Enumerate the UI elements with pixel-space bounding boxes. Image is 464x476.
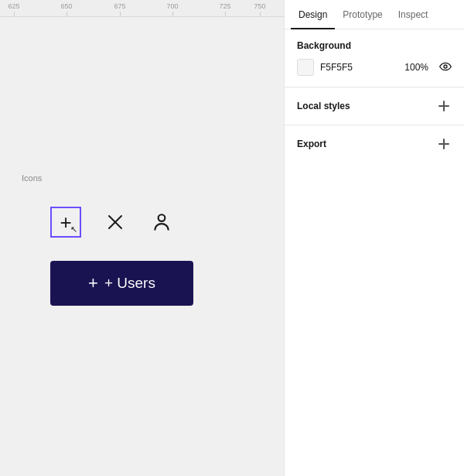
tab-design[interactable]: Design: [291, 0, 335, 29]
background-header: Background: [297, 40, 452, 51]
ruler-tick-700: 700: [166, 2, 178, 10]
background-title: Background: [297, 40, 351, 51]
ruler: 625 650 675 700 725 750: [0, 0, 284, 17]
users-button-icon: +: [88, 273, 98, 293]
svg-point-2: [159, 214, 165, 221]
color-swatch[interactable]: [297, 59, 314, 76]
icons-section-label: Icons: [22, 173, 42, 183]
export-title: Export: [297, 139, 326, 149]
canvas-panel: 625 650 675 700 725 750 Icons + ↖: [0, 0, 284, 476]
color-hex-value: F5F5F5: [320, 62, 398, 73]
export-section: Export: [285, 125, 464, 163]
ruler-tick-675: 675: [114, 2, 125, 10]
users-button-label: + Users: [104, 275, 155, 292]
ruler-tick-750: 750: [254, 2, 265, 10]
tabs-bar: Design Prototype Inspect: [285, 0, 464, 29]
person-icon[interactable]: [149, 210, 174, 235]
right-panel: Design Prototype Inspect Background F5F5…: [284, 0, 464, 476]
add-export-button[interactable]: [436, 136, 452, 152]
ruler-tick-625: 625: [8, 2, 19, 10]
svg-point-3: [444, 65, 447, 68]
users-button[interactable]: + + Users: [50, 261, 193, 306]
icons-row: + ↖: [50, 207, 174, 238]
cursor-indicator: ↖: [70, 225, 77, 234]
ruler-tick-725: 725: [219, 2, 230, 10]
local-styles-section: Local styles: [285, 87, 464, 125]
plus-icon-selected[interactable]: + ↖: [50, 207, 81, 238]
visibility-icon[interactable]: [439, 60, 452, 75]
background-row[interactable]: F5F5F5 100%: [297, 59, 452, 76]
color-opacity-value: 100%: [404, 62, 428, 73]
tab-inspect[interactable]: Inspect: [391, 0, 436, 29]
background-section: Background F5F5F5 100%: [285, 29, 464, 87]
add-local-style-button[interactable]: [436, 98, 452, 114]
tab-prototype[interactable]: Prototype: [335, 0, 390, 29]
close-icon[interactable]: [103, 210, 128, 235]
canvas-content: Icons + ↖: [0, 17, 284, 476]
local-styles-title: Local styles: [297, 101, 350, 111]
ruler-tick-650: 650: [60, 2, 72, 10]
